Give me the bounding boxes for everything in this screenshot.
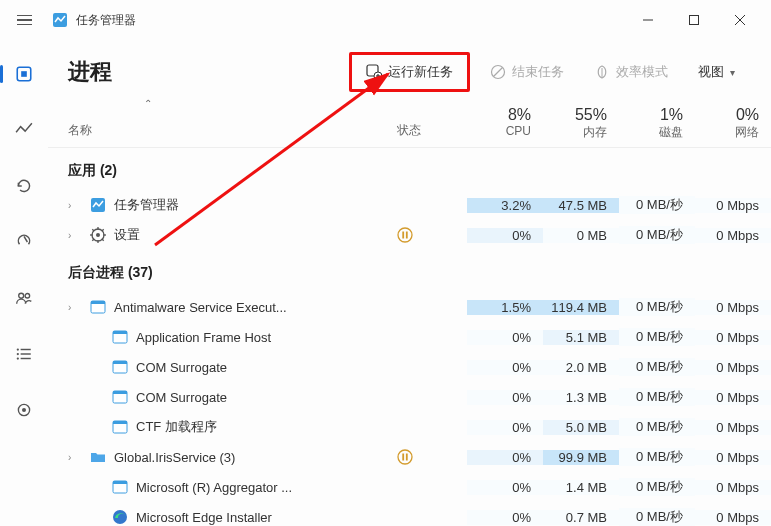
process-row[interactable]: COM Surrogate0%1.3 MB0 MB/秒0 Mbps — [48, 382, 771, 412]
cell-mem: 119.4 MB — [543, 300, 619, 315]
cell-disk: 0 MB/秒 — [619, 298, 695, 316]
cell-disk: 0 MB/秒 — [619, 478, 695, 496]
sort-indicator-icon: ⌃ — [144, 98, 152, 109]
cell-cpu: 0% — [467, 390, 543, 405]
cell-mem: 47.5 MB — [543, 198, 619, 213]
process-name: Application Frame Host — [136, 330, 271, 345]
process-icon — [112, 509, 128, 525]
cell-net: 0 Mbps — [695, 360, 771, 375]
process-name: CTF 加载程序 — [136, 418, 217, 436]
column-disk-header[interactable]: 1%磁盘 — [619, 104, 695, 147]
column-memory-header[interactable]: 55%内存 — [543, 104, 619, 147]
process-icon — [112, 419, 128, 435]
expand-caret[interactable]: › — [68, 230, 82, 241]
column-name-header[interactable]: 名称 — [68, 122, 92, 139]
cell-mem: 5.0 MB — [543, 420, 619, 435]
nav-users[interactable] — [6, 280, 42, 316]
svg-rect-37 — [690, 16, 699, 25]
efficiency-mode-button: 效率模式 — [584, 57, 678, 87]
efficiency-mode-label: 效率模式 — [616, 63, 668, 81]
window-title: 任务管理器 — [76, 12, 136, 29]
cell-disk: 0 MB/秒 — [619, 508, 695, 526]
cell-cpu: 0% — [467, 510, 543, 525]
end-task-label: 结束任务 — [512, 63, 564, 81]
close-button[interactable] — [717, 4, 763, 36]
expand-caret[interactable]: › — [68, 200, 82, 211]
chevron-down-icon: ▾ — [730, 67, 735, 78]
process-row[interactable]: ›任务管理器3.2%47.5 MB0 MB/秒0 Mbps — [48, 190, 771, 220]
cell-net: 0 Mbps — [695, 330, 771, 345]
column-network-header[interactable]: 0%网络 — [695, 104, 771, 147]
cell-mem: 5.1 MB — [543, 330, 619, 345]
process-row[interactable]: ›设置0%0 MB0 MB/秒0 Mbps — [48, 220, 771, 250]
nav-performance[interactable] — [6, 112, 42, 148]
stop-icon — [490, 64, 506, 80]
cell-cpu: 0% — [467, 480, 543, 495]
process-icon — [90, 227, 106, 243]
process-icon — [112, 479, 128, 495]
process-row[interactable]: Microsoft (R) Aggregator ...0%1.4 MB0 MB… — [48, 472, 771, 502]
cell-net: 0 Mbps — [695, 450, 771, 465]
cell-disk: 0 MB/秒 — [619, 388, 695, 406]
cell-disk: 0 MB/秒 — [619, 448, 695, 466]
process-row[interactable]: CTF 加载程序0%5.0 MB0 MB/秒0 Mbps — [48, 412, 771, 442]
process-row[interactable]: COM Surrogate0%2.0 MB0 MB/秒0 Mbps — [48, 352, 771, 382]
cell-cpu: 3.2% — [467, 198, 543, 213]
expand-caret[interactable]: › — [68, 302, 82, 313]
process-icon — [90, 197, 106, 213]
process-icon — [112, 329, 128, 345]
svg-line-40 — [24, 236, 27, 242]
view-menu-button[interactable]: 视图 ▾ — [688, 57, 745, 87]
cell-mem: 1.3 MB — [543, 390, 619, 405]
app-icon — [52, 12, 68, 28]
cell-disk: 0 MB/秒 — [619, 418, 695, 436]
process-icon — [90, 449, 106, 465]
process-name: Microsoft Edge Installer — [136, 510, 272, 525]
run-new-task-button[interactable]: 运行新任务 — [356, 57, 463, 87]
cell-disk: 0 MB/秒 — [619, 226, 695, 244]
cell-disk: 0 MB/秒 — [619, 358, 695, 376]
process-status — [397, 227, 467, 243]
nav-services[interactable] — [6, 392, 42, 428]
column-status-header[interactable]: 状态 — [397, 122, 421, 139]
process-row[interactable]: ›Antimalware Service Execut...1.5%119.4 … — [48, 292, 771, 322]
process-icon — [90, 299, 106, 315]
process-name: 任务管理器 — [114, 196, 179, 214]
new-task-icon — [366, 64, 382, 80]
cell-cpu: 0% — [467, 360, 543, 375]
group-bg-header: 后台进程 (37) — [48, 250, 771, 292]
process-name: COM Surrogate — [136, 390, 227, 405]
cell-cpu: 0% — [467, 450, 543, 465]
hamburger-menu[interactable] — [8, 4, 40, 36]
cell-mem: 99.9 MB — [543, 450, 619, 465]
minimize-button[interactable] — [625, 4, 671, 36]
cell-cpu: 0% — [467, 228, 543, 243]
cell-net: 0 Mbps — [695, 510, 771, 525]
nav-history[interactable] — [6, 168, 42, 204]
group-apps-header: 应用 (2) — [48, 148, 771, 190]
cell-cpu: 0% — [467, 330, 543, 345]
column-cpu-header[interactable]: 8%CPU — [467, 104, 543, 147]
process-name: Microsoft (R) Aggregator ... — [136, 480, 292, 495]
cell-net: 0 Mbps — [695, 420, 771, 435]
process-row[interactable]: ›Global.IrisService (3)0%99.9 MB0 MB/秒0 … — [48, 442, 771, 472]
process-status — [397, 449, 467, 465]
nav-details[interactable] — [6, 336, 42, 372]
nav-processes[interactable] — [6, 56, 42, 92]
process-row[interactable]: Microsoft Edge Installer0%0.7 MB0 MB/秒0 … — [48, 502, 771, 526]
leaf-icon — [594, 64, 610, 80]
cell-mem: 2.0 MB — [543, 360, 619, 375]
process-row[interactable]: Application Frame Host0%5.1 MB0 MB/秒0 Mb… — [48, 322, 771, 352]
run-new-task-label: 运行新任务 — [388, 63, 453, 81]
cell-mem: 0 MB — [543, 228, 619, 243]
expand-caret[interactable]: › — [68, 452, 82, 463]
cell-disk: 0 MB/秒 — [619, 196, 695, 214]
process-icon — [112, 359, 128, 375]
maximize-button[interactable] — [671, 4, 717, 36]
nav-startup[interactable] — [6, 224, 42, 260]
process-name: Global.IrisService (3) — [114, 450, 235, 465]
cell-mem: 1.4 MB — [543, 480, 619, 495]
view-menu-label: 视图 — [698, 63, 724, 81]
cell-net: 0 Mbps — [695, 300, 771, 315]
cell-cpu: 1.5% — [467, 300, 543, 315]
